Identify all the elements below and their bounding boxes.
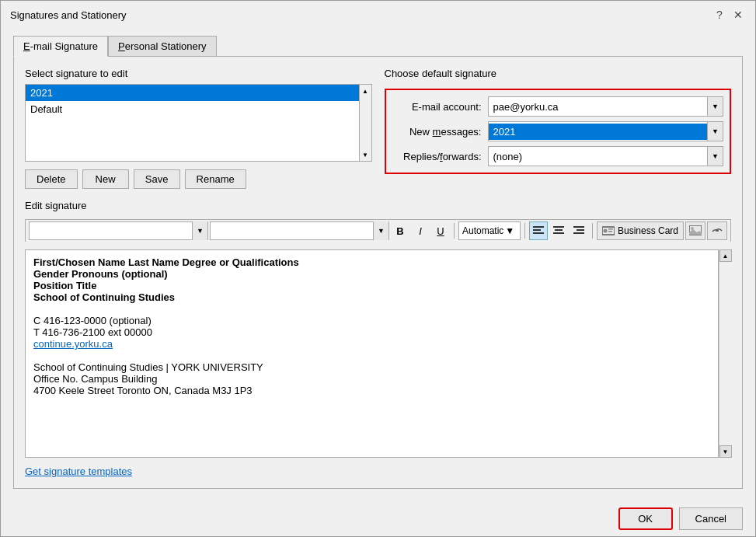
select-sig-label: Select signature to edit	[25, 68, 372, 79]
replies-value: (none)	[489, 148, 708, 165]
editor-line-4: School of Continuing Studies	[33, 291, 710, 303]
toolbar-sep-2	[524, 223, 525, 239]
align-left-button[interactable]	[529, 221, 548, 240]
replies-arrow[interactable]: ▼	[707, 147, 723, 166]
business-card-button[interactable]: Business Card	[597, 221, 684, 240]
font-name-dropdown[interactable]: ▼	[29, 221, 208, 240]
replies-dropdown[interactable]: (none) ▼	[488, 146, 724, 166]
hyperlink-icon	[711, 225, 723, 236]
editor-area[interactable]: First/Chosen Name Last Name Degree or Qu…	[25, 249, 719, 458]
svg-rect-12	[608, 231, 612, 232]
editor-scroll-up[interactable]: ▲	[719, 249, 732, 262]
font-size-arrow[interactable]: ▼	[373, 221, 388, 240]
tab-personal-stationery[interactable]: Personal Stationery	[108, 36, 216, 57]
dialog: Signatures and Stationery ? ✕ E-mail Sig…	[0, 0, 756, 537]
title-bar: Signatures and Stationery ? ✕	[1, 1, 755, 29]
sig-item-2021[interactable]: 2021	[26, 85, 371, 101]
email-account-label: E-mail account:	[392, 101, 482, 113]
get-templates-link[interactable]: Get signature templates	[25, 466, 731, 477]
align-left-icon	[533, 226, 544, 235]
align-center-button[interactable]	[549, 221, 568, 240]
scroll-down-arrow[interactable]: ▼	[359, 148, 371, 161]
toolbar-sep-3	[592, 223, 593, 239]
new-messages-dropdown[interactable]: 2021 ▼	[488, 121, 724, 141]
help-button[interactable]: ?	[712, 7, 727, 23]
color-dropdown[interactable]: Automatic ▼	[458, 221, 521, 240]
svg-rect-0	[533, 226, 544, 228]
list-scrollbar[interactable]: ▲ ▼	[359, 85, 371, 161]
business-card-icon	[602, 226, 615, 235]
default-sig-panel: E-mail account: pae@yorku.ca ▼ New messa…	[385, 89, 732, 174]
svg-rect-4	[555, 229, 563, 231]
editor-scroll-down[interactable]: ▼	[719, 445, 732, 458]
editor-scrollbar[interactable]: ▲ ▼	[719, 249, 731, 458]
editor-line-3: Position Title	[33, 280, 710, 291]
font-name-value	[30, 228, 192, 233]
sig-item-default[interactable]: Default	[26, 101, 371, 117]
editor-line-5: C 416-123-0000 (optional)	[33, 315, 710, 326]
editor-line-8: School of Continuing Studies | YORK UNIV…	[33, 361, 710, 373]
svg-rect-6	[573, 226, 584, 228]
get-templates-text[interactable]: Get signature templates	[25, 466, 132, 477]
editor-line-10: 4700 Keele Street Toronto ON, Canada M3J…	[33, 385, 710, 396]
tab-email-signature[interactable]: E-mail Signature	[13, 36, 108, 57]
svg-rect-2	[533, 232, 544, 234]
svg-rect-3	[553, 226, 564, 228]
toolbar-sep-1	[454, 223, 455, 239]
insert-hyperlink-button[interactable]	[707, 221, 727, 240]
svg-rect-11	[608, 228, 613, 230]
left-column: Select signature to edit 2021 Default ▲ …	[25, 68, 372, 189]
save-button[interactable]: Save	[134, 169, 180, 189]
top-section: Select signature to edit 2021 Default ▲ …	[25, 68, 731, 189]
business-card-label: Business Card	[618, 225, 678, 236]
italic-button[interactable]: I	[411, 221, 430, 240]
email-account-arrow[interactable]: ▼	[707, 97, 723, 116]
font-name-arrow[interactable]: ▼	[192, 221, 207, 240]
bold-button[interactable]: B	[391, 221, 409, 240]
choose-default-label: Choose default signature	[385, 68, 732, 79]
new-messages-value: 2021	[489, 124, 708, 140]
ok-button[interactable]: OK	[618, 507, 673, 530]
delete-button[interactable]: Delete	[25, 169, 78, 189]
new-messages-arrow[interactable]: ▼	[707, 122, 723, 141]
right-column: Choose default signature E-mail account:…	[385, 68, 732, 189]
yorku-link[interactable]: continue.yorku.ca	[33, 338, 113, 350]
close-button[interactable]: ✕	[730, 7, 746, 23]
editor-line-blank1	[33, 303, 710, 315]
editor-line-2: Gender Pronouns (optional)	[33, 268, 710, 280]
underline-button[interactable]: U	[431, 221, 450, 240]
align-right-button[interactable]	[570, 221, 588, 240]
dialog-footer: OK Cancel	[1, 501, 755, 536]
color-label: Automatic	[462, 225, 503, 236]
svg-rect-5	[553, 232, 564, 234]
email-account-value: pae@yorku.ca	[489, 99, 708, 115]
replies-label: Replies/forwards:	[392, 151, 482, 162]
dialog-content: E-mail Signature Personal Stationery Sel…	[1, 29, 755, 501]
scroll-up-arrow[interactable]: ▲	[359, 85, 371, 97]
dialog-title: Signatures and Stationery	[10, 9, 127, 21]
email-account-dropdown[interactable]: pae@yorku.ca ▼	[488, 96, 724, 117]
svg-rect-8	[573, 232, 584, 234]
insert-picture-icon	[689, 225, 702, 236]
cancel-button[interactable]: Cancel	[679, 507, 743, 530]
new-messages-row: New messages: 2021 ▼	[392, 121, 724, 141]
signature-list[interactable]: 2021 Default ▲ ▼	[25, 84, 372, 162]
action-buttons: Delete New Save Rename	[25, 169, 372, 189]
editor-line-blank2	[33, 350, 710, 361]
svg-rect-1	[533, 229, 541, 231]
font-size-dropdown[interactable]: ▼	[210, 221, 389, 240]
editor-line-7[interactable]: continue.yorku.ca	[33, 338, 710, 350]
svg-rect-7	[577, 229, 584, 231]
tab-email-label: E-mail Signature	[23, 40, 98, 52]
edit-sig-label: Edit signature	[25, 200, 731, 211]
editor-line-9: Office No. Campus Building	[33, 373, 710, 385]
title-bar-buttons: ? ✕	[712, 7, 746, 23]
replies-row: Replies/forwards: (none) ▼	[392, 146, 724, 166]
new-button[interactable]: New	[82, 169, 129, 189]
align-right-icon	[573, 226, 584, 235]
rename-button[interactable]: Rename	[185, 169, 246, 189]
new-messages-label: New messages:	[392, 126, 482, 138]
editor-toolbar: ▼ ▼ B I U Automatic ▼	[25, 219, 731, 242]
insert-picture-button[interactable]	[685, 221, 705, 240]
tabs: E-mail Signature Personal Stationery	[13, 35, 743, 56]
